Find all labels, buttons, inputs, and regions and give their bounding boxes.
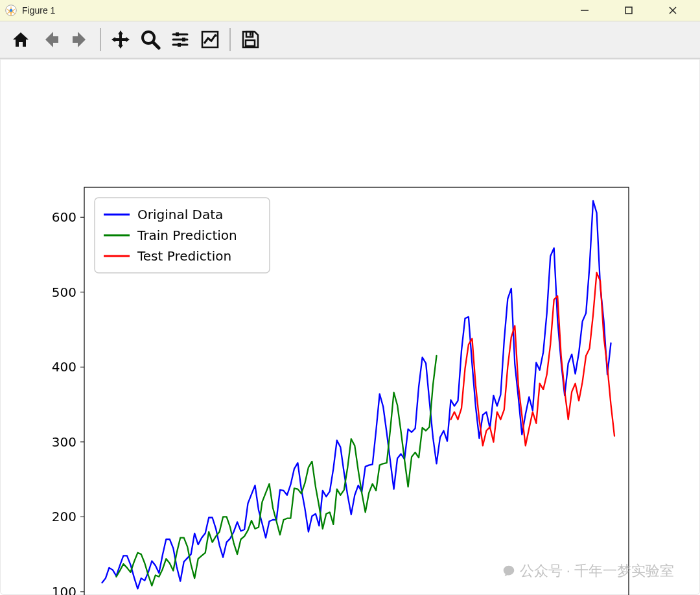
toolbar — [0, 21, 700, 59]
forward-button[interactable] — [67, 27, 93, 52]
y-tick-label: 500 — [52, 285, 76, 300]
legend-label: Original Data — [137, 207, 223, 222]
series-line — [451, 273, 615, 446]
configure-button[interactable] — [167, 27, 193, 52]
svg-rect-19 — [178, 43, 181, 47]
svg-rect-11 — [115, 38, 126, 41]
app-icon — [5, 5, 17, 16]
y-tick-label: 400 — [52, 359, 76, 375]
chart: 020406080100120140100200300400500600Orig… — [0, 59, 700, 595]
legend-label: Test Prediction — [137, 248, 231, 264]
maximize-button[interactable] — [614, 1, 643, 19]
svg-line-13 — [153, 42, 159, 48]
svg-rect-18 — [182, 38, 185, 41]
home-button[interactable] — [8, 27, 34, 52]
figure-area[interactable]: 020406080100120140100200300400500600Orig… — [0, 59, 700, 595]
y-tick-label: 200 — [52, 509, 76, 524]
window-title: Figure 1 — [22, 5, 55, 16]
legend-label: Train Prediction — [137, 228, 237, 243]
svg-rect-3 — [625, 7, 632, 14]
app-window: Figure 1 — [0, 0, 700, 595]
y-tick-label: 600 — [52, 209, 76, 225]
pan-button[interactable] — [108, 27, 134, 52]
save-button[interactable] — [237, 27, 263, 52]
toolbar-separator — [100, 28, 101, 51]
toolbar-separator — [229, 28, 231, 51]
back-button[interactable] — [38, 27, 64, 52]
titlebar: Figure 1 — [0, 0, 700, 21]
edit-axes-button[interactable] — [197, 27, 223, 52]
svg-point-1 — [10, 9, 13, 12]
minimize-button[interactable] — [570, 1, 599, 19]
close-button[interactable] — [659, 1, 687, 19]
svg-rect-17 — [176, 32, 179, 36]
svg-rect-23 — [250, 32, 251, 36]
window-controls — [570, 1, 697, 19]
y-tick-label: 100 — [52, 584, 76, 595]
y-tick-label: 300 — [52, 434, 76, 450]
zoom-button[interactable] — [137, 27, 163, 52]
svg-rect-24 — [246, 40, 255, 46]
series-line — [116, 356, 436, 586]
